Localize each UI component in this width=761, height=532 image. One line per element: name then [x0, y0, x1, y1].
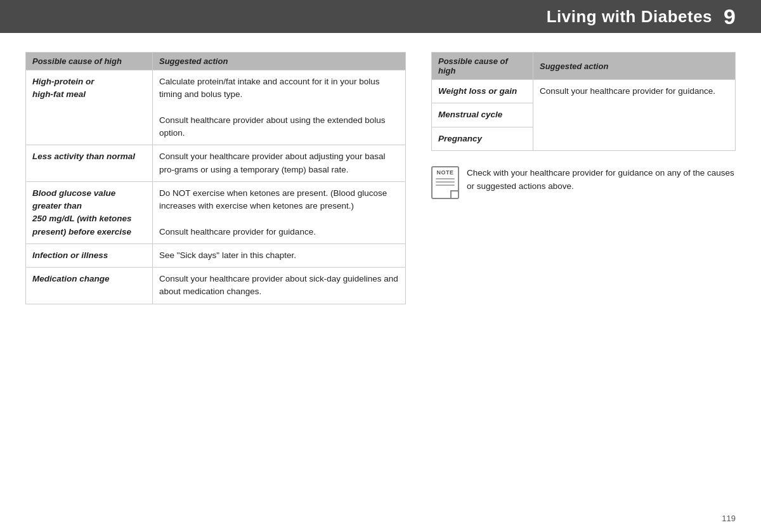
main-content: Possible cause of high Suggested action …: [0, 33, 761, 317]
cause-cell: Less activity than normal: [26, 145, 153, 182]
table-row: High-protein orhigh-fat meal Calculate p…: [26, 70, 406, 145]
header-chapter: Living with Diabetes 9: [547, 4, 736, 29]
note-corner: [450, 190, 458, 198]
page-footer: 119: [722, 514, 736, 523]
table-row: Infection or illness See "Sick days" lat…: [26, 243, 406, 267]
left-table-header-action: Suggested action: [153, 53, 406, 70]
note-line: [436, 178, 455, 179]
cause-cell: Infection or illness: [26, 243, 153, 267]
note-icon-lines: [436, 178, 455, 188]
cause-cell: Medication change: [26, 268, 153, 304]
cause-cell: Menstrual cycle: [432, 103, 533, 127]
action-cell: Consult your healthcare provider about s…: [153, 268, 406, 304]
action-cell: Consult your healthcare provider about a…: [153, 145, 406, 182]
cause-cell: Pregnancy: [432, 127, 533, 150]
note-text: Check with your healthcare provider for …: [467, 166, 736, 193]
note-line: [436, 181, 455, 183]
left-table-header-cause: Possible cause of high: [26, 53, 153, 70]
note-box: NOTE Check with your healthcare provider…: [431, 166, 736, 199]
header-title: Living with Diabetes: [547, 7, 712, 27]
table-row: Less activity than normal Consult your h…: [26, 145, 406, 182]
action-cell: Calculate protein/fat intake and account…: [153, 70, 406, 145]
note-icon: NOTE: [431, 166, 459, 199]
action-cell: See "Sick days" later in this chapter.: [153, 243, 406, 267]
chapter-number: 9: [724, 4, 736, 29]
cause-cell: High-protein orhigh-fat meal: [26, 70, 153, 145]
right-causes-table: Possible cause of high Suggested action …: [431, 52, 736, 151]
note-icon-label: NOTE: [436, 169, 453, 176]
table-row: Medication change Consult your healthcar…: [26, 268, 406, 304]
right-table-header-action: Suggested action: [533, 53, 736, 80]
right-side: Possible cause of high Suggested action …: [431, 52, 736, 304]
page-header: Living with Diabetes 9: [0, 0, 761, 33]
cause-cell: Weight loss or gain: [432, 80, 533, 103]
right-table-header-cause: Possible cause of high: [432, 53, 533, 80]
cause-cell: Blood glucose value greater than250 mg/d…: [26, 181, 153, 243]
action-cell: Do NOT exercise when ketones are present…: [153, 181, 406, 243]
table-row: Weight loss or gain Consult your healthc…: [432, 80, 736, 103]
note-line: [436, 185, 455, 186]
left-causes-table: Possible cause of high Suggested action …: [25, 52, 406, 304]
page-number: 119: [722, 514, 736, 523]
table-row: Blood glucose value greater than250 mg/d…: [26, 181, 406, 243]
action-cell: Consult your healthcare provider for gui…: [533, 80, 736, 151]
